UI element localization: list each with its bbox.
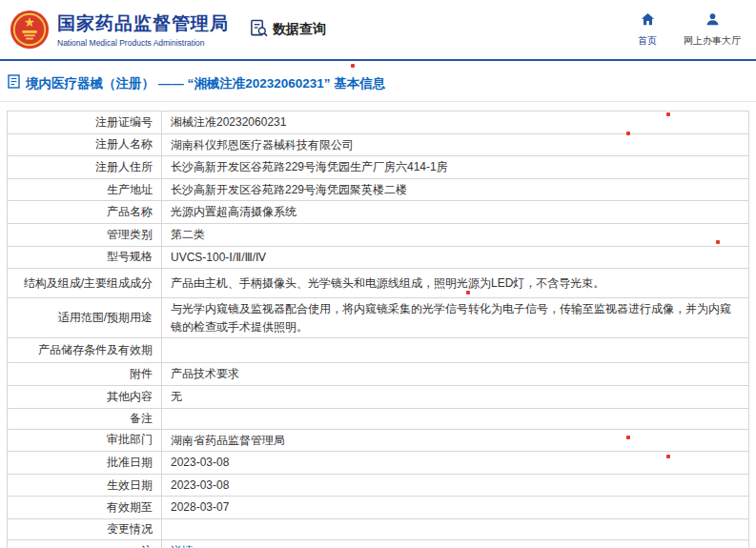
table-row: 生产地址长沙高新开发区谷苑路229号海凭园聚英楼二楼 bbox=[8, 178, 749, 201]
row-label: 型号规格 bbox=[8, 246, 162, 269]
row-value: 长沙高新开发区谷苑路229号海凭园生产厂房六414-1房 bbox=[162, 156, 749, 179]
registration-info-table: 注册证编号湘械注准20232060231注册人名称湖南科仪邦恩医疗器械科技有限公… bbox=[7, 111, 749, 548]
row-value: 产品由主机、手柄摄像头、光学镜头和电源线组成，照明光源为LED灯，不含导光束。 bbox=[162, 269, 749, 298]
table-row: 结构及组成/主要组成成分产品由主机、手柄摄像头、光学镜头和电源线组成，照明光源为… bbox=[8, 269, 749, 298]
document-icon bbox=[8, 74, 20, 92]
section-title: 境内医疗器械（注册） —— “湘械注准20232060231” 基本信息 bbox=[26, 75, 385, 92]
table-row: 批准日期2023-03-08 bbox=[8, 452, 749, 475]
row-value: 2023-03-08 bbox=[162, 474, 749, 497]
nav-service-hall-label: 网上办事大厅 bbox=[684, 34, 741, 48]
row-label: 注册人住所 bbox=[8, 156, 162, 179]
row-value: 2028-03-07 bbox=[162, 497, 749, 519]
row-value bbox=[162, 408, 749, 429]
table-row: 备注 bbox=[8, 408, 749, 429]
red-dot-artifact bbox=[466, 291, 470, 294]
top-nav: 首页 网上办事大厅 bbox=[638, 12, 741, 48]
table-row: 产品储存条件及有效期 bbox=[8, 338, 749, 363]
nav-home[interactable]: 首页 bbox=[638, 12, 657, 48]
row-value: UVCS-100-Ⅰ/Ⅱ/Ⅲ/Ⅳ bbox=[162, 246, 749, 269]
row-value bbox=[162, 338, 749, 363]
row-label: 生产地址 bbox=[8, 178, 162, 201]
table-row: 产品名称光源内置超高清摄像系统 bbox=[8, 201, 749, 224]
row-value: 湘械注准20232060231 bbox=[162, 112, 749, 134]
brand-text: 国家药品监督管理局 National Medical Products Admi… bbox=[57, 11, 229, 48]
person-icon bbox=[705, 12, 720, 30]
table-row: 适用范围/预期用途与光学内窥镜及监视器配合使用，将内窥镜采集的光学信号转化为电子… bbox=[8, 298, 749, 338]
agency-title-cn: 国家药品监督管理局 bbox=[57, 11, 229, 36]
table-row: 注册人名称湖南科仪邦恩医疗器械科技有限公司 bbox=[8, 133, 749, 156]
red-dot-artifact bbox=[666, 112, 670, 116]
red-dot-artifact bbox=[351, 64, 355, 68]
table-row: 附件产品技术要求 bbox=[8, 363, 749, 386]
data-query-tab[interactable]: 数据查询 bbox=[250, 19, 326, 40]
red-dot-artifact bbox=[626, 132, 630, 135]
section-title-bar: 境内医疗器械（注册） —— “湘械注准20232060231” 基本信息 bbox=[0, 61, 756, 102]
national-emblem-icon bbox=[10, 10, 50, 50]
row-label: 适用范围/预期用途 bbox=[8, 298, 162, 338]
row-value: 详情 bbox=[162, 539, 749, 548]
red-dot-artifact bbox=[666, 455, 670, 458]
row-label: 变更情况 bbox=[8, 518, 162, 539]
row-label: 生效日期 bbox=[8, 474, 162, 497]
row-value: 湖南科仪邦恩医疗器械科技有限公司 bbox=[162, 133, 749, 156]
row-label: 注册证编号 bbox=[8, 112, 162, 134]
nav-service-hall[interactable]: 网上办事大厅 bbox=[684, 12, 741, 48]
table-row: 审批部门湖南省药品监督管理局 bbox=[8, 429, 749, 452]
table-row: 管理类别第二类 bbox=[8, 223, 749, 246]
brand-logo-link[interactable]: 国家药品监督管理局 National Medical Products Admi… bbox=[10, 10, 229, 50]
row-value: 产品技术要求 bbox=[162, 363, 749, 386]
row-value bbox=[162, 518, 749, 539]
row-value: 第二类 bbox=[162, 223, 749, 246]
row-label: 注册人名称 bbox=[8, 133, 162, 156]
row-value: 湖南省药品监督管理局 bbox=[162, 429, 749, 452]
row-value: 无 bbox=[162, 385, 749, 408]
row-label: 结构及组成/主要组成成分 bbox=[8, 269, 162, 298]
detail-link[interactable]: 详情 bbox=[171, 544, 194, 548]
row-label: 产品储存条件及有效期 bbox=[8, 338, 162, 363]
row-label: 产品名称 bbox=[8, 201, 162, 224]
table-row: 变更情况 bbox=[8, 518, 749, 539]
red-dot-artifact bbox=[716, 240, 720, 244]
data-query-icon bbox=[250, 19, 268, 40]
table-row: 有效期至2028-03-07 bbox=[8, 497, 749, 519]
row-label: 其他内容 bbox=[8, 385, 162, 408]
data-query-label: 数据查询 bbox=[273, 21, 326, 38]
home-icon bbox=[641, 12, 655, 30]
table-row: 型号规格UVCS-100-Ⅰ/Ⅱ/Ⅲ/Ⅳ bbox=[8, 246, 749, 269]
row-label: 备注 bbox=[8, 408, 162, 429]
row-value: 与光学内窥镜及监视器配合使用，将内窥镜采集的光学信号转化为电子信号，传输至监视器… bbox=[162, 298, 749, 338]
row-label: 管理类别 bbox=[8, 223, 162, 246]
row-label: 批准日期 bbox=[8, 452, 162, 475]
red-dot-artifact bbox=[626, 436, 630, 439]
table-row: 其他内容无 bbox=[8, 385, 749, 408]
table-row: 生效日期2023-03-08 bbox=[8, 474, 749, 497]
row-label: ●注 bbox=[8, 539, 162, 548]
row-label: 审批部门 bbox=[8, 429, 162, 452]
table-row: ●注详情 bbox=[8, 539, 749, 548]
row-value: 2023-03-08 bbox=[162, 452, 749, 475]
header: 国家药品监督管理局 National Medical Products Admi… bbox=[0, 0, 756, 59]
agency-title-en: National Medical Products Administration bbox=[57, 38, 229, 48]
row-label: 有效期至 bbox=[8, 497, 162, 519]
row-label: 附件 bbox=[8, 363, 162, 386]
row-value: 光源内置超高清摄像系统 bbox=[162, 201, 749, 224]
table-row: 注册证编号湘械注准20232060231 bbox=[8, 112, 749, 134]
nav-home-label: 首页 bbox=[638, 34, 657, 48]
table-row: 注册人住所长沙高新开发区谷苑路229号海凭园生产厂房六414-1房 bbox=[8, 156, 749, 179]
row-value: 长沙高新开发区谷苑路229号海凭园聚英楼二楼 bbox=[162, 178, 749, 201]
